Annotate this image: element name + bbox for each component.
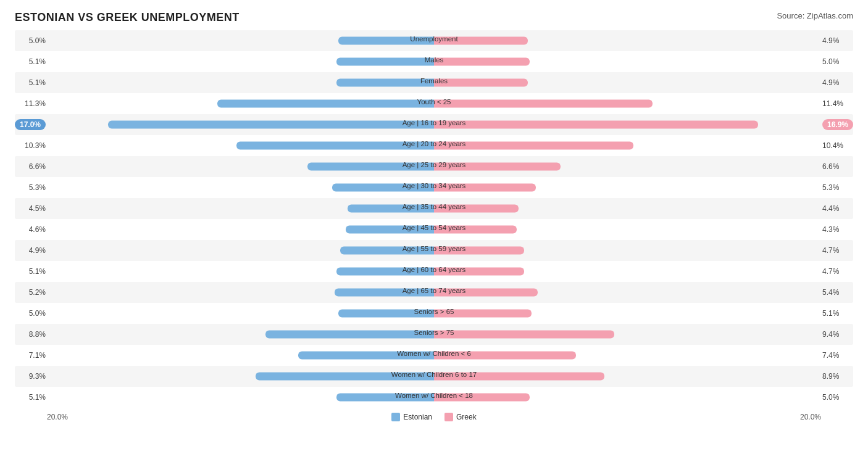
blue-value: 5.3% bbox=[15, 183, 51, 192]
legend-item: Estonian bbox=[391, 413, 432, 421]
blue-bar bbox=[336, 394, 434, 402]
blue-bar bbox=[340, 247, 434, 255]
pink-bar bbox=[434, 100, 653, 108]
diverge-area: Age | 55 to 59 years bbox=[51, 240, 817, 261]
blue-bar bbox=[336, 268, 434, 276]
blue-value: 11.3% bbox=[15, 99, 51, 108]
diverge-area: Age | 30 to 34 years bbox=[51, 177, 817, 198]
blue-value: 5.0% bbox=[15, 36, 51, 45]
pink-value: 6.6% bbox=[817, 162, 853, 171]
pink-value: 4.7% bbox=[817, 246, 853, 255]
chart-row: 11.3% Youth < 25 11.4% bbox=[15, 93, 853, 114]
blue-bar bbox=[307, 163, 434, 171]
chart-row: 17.0% Age | 16 to 19 years 16.9% bbox=[15, 114, 853, 135]
chart-row: 7.1% Women w/ Children < 6 7.4% bbox=[15, 345, 853, 366]
blue-value: 5.2% bbox=[15, 288, 51, 297]
legend-center: EstonianGreek bbox=[391, 413, 476, 421]
pink-bar bbox=[434, 352, 576, 360]
chart-row: 5.3% Age | 30 to 34 years 5.3% bbox=[15, 177, 853, 198]
pink-value: 5.1% bbox=[817, 309, 853, 318]
diverge-area: Males bbox=[51, 51, 817, 72]
legend-item: Greek bbox=[444, 413, 477, 421]
pink-value: 9.4% bbox=[817, 330, 853, 339]
chart-row: 4.5% Age | 35 to 44 years 4.4% bbox=[15, 198, 853, 219]
chart-row: 5.2% Age | 65 to 74 years 5.4% bbox=[15, 282, 853, 303]
pink-bar bbox=[434, 226, 517, 234]
diverge-area: Seniors > 65 bbox=[51, 303, 817, 324]
diverge-area: Age | 45 to 54 years bbox=[51, 219, 817, 240]
blue-bar bbox=[217, 100, 434, 108]
legend-color-box bbox=[444, 413, 453, 421]
diverge-area: Age | 20 to 24 years bbox=[51, 135, 817, 156]
diverge-area: Females bbox=[51, 72, 817, 93]
pink-value: 4.7% bbox=[817, 267, 853, 276]
pink-bar bbox=[434, 373, 604, 381]
blue-value: 4.9% bbox=[15, 246, 51, 255]
chart-row: 8.8% Seniors > 75 9.4% bbox=[15, 324, 853, 345]
blue-value: 6.6% bbox=[15, 162, 51, 171]
pink-bar bbox=[434, 37, 528, 45]
diverge-area: Unemployment bbox=[51, 30, 817, 51]
diverge-area: Seniors > 75 bbox=[51, 324, 817, 345]
legend-color-box bbox=[391, 413, 400, 421]
chart-row: 9.3% Women w/ Children 6 to 17 8.9% bbox=[15, 366, 853, 387]
blue-value: 7.1% bbox=[15, 351, 51, 360]
blue-value: 5.0% bbox=[15, 309, 51, 318]
chart-row: 10.3% Age | 20 to 24 years 10.4% bbox=[15, 135, 853, 156]
blue-value: 5.1% bbox=[15, 78, 51, 87]
pink-value: 5.0% bbox=[817, 57, 853, 66]
blue-bar bbox=[348, 205, 434, 213]
blue-bar bbox=[338, 37, 434, 45]
pink-bar bbox=[434, 142, 633, 150]
blue-bar bbox=[236, 142, 434, 150]
diverge-area: Age | 16 to 19 years bbox=[51, 114, 817, 135]
blue-value: 4.6% bbox=[15, 225, 51, 234]
legend-right-label: 20.0% bbox=[800, 413, 821, 421]
legend-label: Greek bbox=[456, 413, 477, 421]
pink-bar bbox=[434, 247, 524, 255]
pink-value-highlight: 16.9% bbox=[822, 119, 853, 130]
chart-row: 6.6% Age | 25 to 29 years 6.6% bbox=[15, 156, 853, 177]
blue-bar bbox=[332, 184, 434, 192]
blue-bar bbox=[346, 226, 434, 234]
pink-value: 8.9% bbox=[817, 372, 853, 381]
chart-row: 5.0% Seniors > 65 5.1% bbox=[15, 303, 853, 324]
pink-value: 5.3% bbox=[817, 183, 853, 192]
chart-row: 5.1% Age | 60 to 64 years 4.7% bbox=[15, 261, 853, 282]
legend-left-label: 20.0% bbox=[47, 413, 68, 421]
chart-row: 5.1% Women w/ Children < 18 5.0% bbox=[15, 387, 853, 408]
diverge-area: Women w/ Children < 18 bbox=[51, 387, 817, 408]
pink-bar bbox=[434, 289, 538, 297]
pink-value: 5.4% bbox=[817, 288, 853, 297]
blue-bar bbox=[265, 331, 434, 339]
pink-bar bbox=[434, 310, 532, 318]
diverge-area: Age | 60 to 64 years bbox=[51, 261, 817, 282]
pink-value: 4.3% bbox=[817, 225, 853, 234]
blue-value: 17.0% bbox=[15, 119, 51, 130]
pink-value: 4.9% bbox=[817, 36, 853, 45]
pink-value: 4.9% bbox=[817, 78, 853, 87]
pink-bar bbox=[434, 205, 519, 213]
chart-title: ESTONIAN VS GREEK UNEMPLOYMENT bbox=[15, 11, 240, 24]
blue-bar bbox=[335, 289, 434, 297]
diverge-area: Women w/ Children < 6 bbox=[51, 345, 817, 366]
blue-value: 10.3% bbox=[15, 141, 51, 150]
pink-bar bbox=[434, 394, 530, 402]
pink-bar bbox=[434, 163, 561, 171]
diverge-area: Age | 65 to 74 years bbox=[51, 282, 817, 303]
pink-bar bbox=[434, 184, 536, 192]
blue-value: 4.5% bbox=[15, 204, 51, 213]
pink-bar bbox=[434, 121, 758, 129]
blue-value: 5.1% bbox=[15, 393, 51, 402]
diverge-area: Women w/ Children 6 to 17 bbox=[51, 366, 817, 387]
diverge-area: Age | 35 to 44 years bbox=[51, 198, 817, 219]
blue-value: 5.1% bbox=[15, 267, 51, 276]
pink-bar bbox=[434, 58, 530, 66]
chart-row: 4.9% Age | 55 to 59 years 4.7% bbox=[15, 240, 853, 261]
blue-bar bbox=[108, 121, 434, 129]
blue-bar bbox=[336, 58, 434, 66]
pink-value: 5.0% bbox=[817, 393, 853, 402]
chart-row: 5.1% Females 4.9% bbox=[15, 72, 853, 93]
legend-label: Estonian bbox=[403, 413, 432, 421]
chart-row: 5.0% Unemployment 4.9% bbox=[15, 30, 853, 51]
